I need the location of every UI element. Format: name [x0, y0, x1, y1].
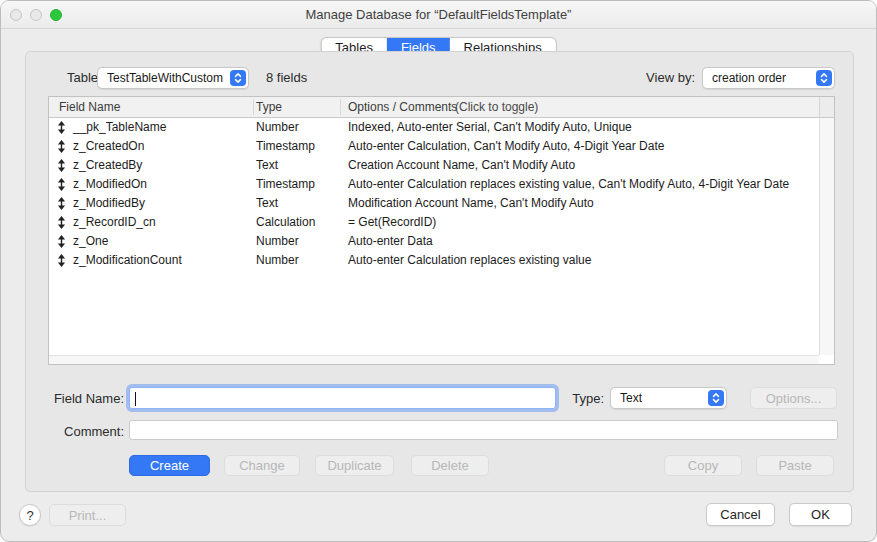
row-field-type: Number: [256, 251, 299, 270]
row-field-type: Text: [256, 156, 278, 175]
popup-stepper-icon: [816, 70, 832, 86]
header-type[interactable]: Type: [256, 97, 282, 117]
comment-label: Comment:: [26, 424, 124, 439]
row-field-name: z_ModificationCount: [73, 251, 182, 270]
view-by-select[interactable]: creation order: [702, 67, 835, 89]
table-select[interactable]: TestTableWithCustom...: [97, 67, 249, 89]
row-field-options: Modification Account Name, Can't Modify …: [348, 194, 594, 213]
options-button: Options...: [750, 387, 837, 409]
row-field-name: z_CreatedOn: [73, 137, 144, 156]
row-field-name: z_ModifiedBy: [73, 194, 145, 213]
row-field-options: Auto-enter Calculation replaces existing…: [348, 251, 591, 270]
scrollbar-corner: [819, 355, 834, 364]
paste-button: Paste: [756, 455, 834, 476]
row-field-options: Indexed, Auto-enter Serial, Can't Modify…: [348, 118, 632, 137]
field-list-header: Field Name Type Options / Comments (Clic…: [49, 97, 834, 118]
view-by-select-value: creation order: [712, 71, 786, 85]
table-row[interactable]: z_CreatedByTextCreation Account Name, Ca…: [49, 156, 819, 175]
table-row[interactable]: z_ModificationCountNumberAuto-enter Calc…: [49, 251, 819, 270]
table-select-value: TestTableWithCustom...: [107, 71, 224, 85]
row-field-type: Number: [256, 118, 299, 137]
table-row[interactable]: z_RecordID_cnCalculation= Get(RecordID): [49, 213, 819, 232]
type-label: Type:: [564, 391, 604, 406]
manage-database-dialog: Manage Database for “DefaultFieldsTempla…: [0, 0, 877, 542]
row-field-name: z_One: [73, 232, 108, 251]
text-caret: [135, 392, 136, 406]
row-field-name: z_CreatedBy: [73, 156, 142, 175]
field-list-body: __pk_TableNameNumberIndexed, Auto-enter …: [49, 118, 819, 355]
vertical-scrollbar[interactable]: [819, 118, 834, 355]
field-list: Field Name Type Options / Comments (Clic…: [48, 96, 835, 365]
horizontal-scrollbar[interactable]: [49, 355, 819, 364]
field-name-input[interactable]: [129, 387, 556, 409]
field-name-label: Field Name:: [26, 391, 124, 406]
type-select[interactable]: Text: [610, 387, 727, 409]
header-options[interactable]: Options / Comments: [348, 97, 457, 117]
header-options-hint: (Click to toggle): [455, 97, 538, 117]
row-field-type: Number: [256, 232, 299, 251]
row-field-type: Text: [256, 194, 278, 213]
copy-button: Copy: [664, 455, 742, 476]
window-title: Manage Database for “DefaultFieldsTempla…: [1, 1, 876, 29]
cancel-button[interactable]: Cancel: [706, 503, 775, 526]
row-field-options: Auto-enter Calculation, Can't Modify Aut…: [348, 137, 664, 156]
table-row[interactable]: z_ModifiedByTextModification Account Nam…: [49, 194, 819, 213]
row-field-name: z_ModifiedOn: [73, 175, 147, 194]
title-bar[interactable]: Manage Database for “DefaultFieldsTempla…: [1, 1, 876, 29]
drag-handle-icon[interactable]: [57, 254, 66, 273]
create-button[interactable]: Create: [129, 455, 210, 476]
popup-stepper-icon: [708, 390, 724, 406]
popup-stepper-icon: [230, 70, 246, 86]
ok-button[interactable]: OK: [789, 503, 852, 526]
scrollbar-corner-header: [819, 97, 834, 118]
type-select-value: Text: [620, 391, 642, 405]
row-field-options: Auto-enter Calculation replaces existing…: [348, 175, 789, 194]
fields-panel: Table: TestTableWithCustom... 8 fields V…: [25, 51, 854, 492]
duplicate-button: Duplicate: [315, 455, 394, 476]
row-field-type: Timestamp: [256, 175, 315, 194]
row-field-name: __pk_TableName: [73, 118, 166, 137]
header-divider: [340, 99, 341, 115]
print-button: Print...: [49, 504, 126, 526]
header-field-name[interactable]: Field Name: [59, 97, 120, 117]
row-field-type: Calculation: [256, 213, 315, 232]
view-by-label: View by:: [601, 70, 695, 85]
table-row[interactable]: z_OneNumberAuto-enter Data: [49, 232, 819, 251]
row-field-options: Auto-enter Data: [348, 232, 433, 251]
row-field-options: = Get(RecordID): [348, 213, 436, 232]
row-field-options: Creation Account Name, Can't Modify Auto: [348, 156, 575, 175]
field-count: 8 fields: [266, 70, 307, 85]
row-field-type: Timestamp: [256, 137, 315, 156]
header-divider: [253, 99, 254, 115]
table-row[interactable]: z_CreatedOnTimestampAuto-enter Calculati…: [49, 137, 819, 156]
delete-button: Delete: [411, 455, 489, 476]
comment-input[interactable]: [129, 420, 838, 440]
row-field-name: z_RecordID_cn: [73, 213, 156, 232]
table-row[interactable]: __pk_TableNameNumberIndexed, Auto-enter …: [49, 118, 819, 137]
table-row[interactable]: z_ModifiedOnTimestampAuto-enter Calculat…: [49, 175, 819, 194]
help-button[interactable]: ?: [19, 504, 41, 526]
change-button: Change: [224, 455, 300, 476]
